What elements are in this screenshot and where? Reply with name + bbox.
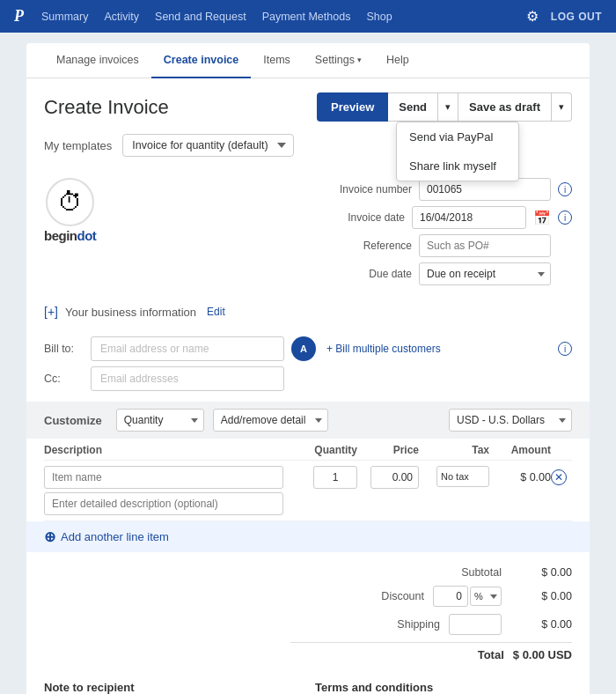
reference-row: Reference <box>326 234 572 257</box>
discount-input[interactable] <box>433 586 468 607</box>
note-title: Note to recipient <box>44 681 301 694</box>
business-info-label: Your business information <box>65 306 196 319</box>
template-label: My templates <box>44 139 112 152</box>
discount-value: $ 0.00 <box>510 590 572 602</box>
header-buttons: Preview Send ▾ Save as draft ▾ Send via … <box>317 92 572 122</box>
nav-item-shop[interactable]: Shop <box>366 7 392 26</box>
th-delete <box>551 444 572 456</box>
draft-group: Save as draft ▾ <box>458 92 572 122</box>
logo-circle: ⏱ <box>46 178 94 226</box>
bill-to-row: Bill to: A + Bill multiple customers i <box>44 336 572 361</box>
page-title: Create Invoice <box>44 96 169 119</box>
item-name-input[interactable] <box>44 466 283 489</box>
cc-row: Cc: <box>44 366 572 391</box>
td-tax: No tax <box>419 466 489 487</box>
save-draft-button-top[interactable]: Save as draft <box>458 92 552 122</box>
nav-items: Summary Activity Send and Request Paymen… <box>41 7 526 26</box>
nav-right: ⚙ LOG OUT <box>526 8 602 25</box>
send-dropdown-toggle[interactable]: ▾ <box>438 92 458 122</box>
item-desc-input[interactable] <box>44 492 283 515</box>
bill-info-icon: i <box>558 342 572 356</box>
td-price <box>357 466 419 489</box>
logout-button[interactable]: LOG OUT <box>551 11 602 23</box>
quantity-input[interactable] <box>313 466 357 489</box>
business-info-row: [+] Your business information Edit <box>26 301 590 331</box>
invoice-date-row: Invoice date 📅 i <box>326 206 572 229</box>
td-description <box>44 466 296 515</box>
invoice-fields: Invoice number i Invoice date 📅 i Refere… <box>326 178 572 285</box>
sub-nav-help[interactable]: Help <box>374 43 422 78</box>
td-amount: $ 0.00 <box>489 466 551 484</box>
bill-to-input[interactable] <box>91 336 284 361</box>
discount-input-group: % <box>433 586 502 607</box>
sub-nav-settings[interactable]: Settings ▾ <box>303 43 374 78</box>
logo-info-row: ⏱ begindot Invoice number i Invoice date… <box>26 169 590 294</box>
reference-label: Reference <box>333 240 412 252</box>
calendar-icon[interactable]: 📅 <box>533 210 551 226</box>
nav-item-activity[interactable]: Activity <box>104 7 139 26</box>
info-icon-bill[interactable]: i <box>558 342 572 356</box>
td-quantity <box>296 466 357 489</box>
add-line-item-button[interactable]: Add another line item <box>61 530 169 543</box>
send-via-paypal[interactable]: Send via PayPal <box>397 122 518 151</box>
total-value: $ 0.00 USD <box>513 648 572 661</box>
invoice-date-input[interactable] <box>412 206 526 229</box>
save-draft-dropdown-toggle[interactable]: ▾ <box>552 92 572 122</box>
note-terms-section: Note to recipient 4000 Terms and conditi… <box>26 667 590 694</box>
send-group: Send ▾ <box>388 92 458 122</box>
bill-to-label: Bill to: <box>44 343 84 355</box>
share-link-myself[interactable]: Share link myself <box>397 151 518 181</box>
nav-item-payment-methods[interactable]: Payment Methods <box>262 7 351 26</box>
add-line-area: ⊕ Add another line item <box>26 521 590 552</box>
bill-multiple-link[interactable]: + Bill multiple customers <box>326 343 441 355</box>
terms-title: Terms and conditions <box>315 681 572 694</box>
quantity-type-select[interactable]: Quantity <box>116 409 204 432</box>
cc-input[interactable] <box>91 366 284 391</box>
subtotal-label: Subtotal <box>440 566 502 579</box>
price-input[interactable] <box>370 466 419 489</box>
totals-section: Subtotal $ 0.00 Discount % $ 0.00 Shippi… <box>26 552 590 667</box>
terms-box: Terms and conditions 4000 <box>315 681 572 694</box>
note-box: Note to recipient 4000 <box>44 681 301 694</box>
chevron-down-icon: ▾ <box>357 55 362 64</box>
shipping-row: Shipping $ 0.00 <box>290 610 572 639</box>
add-remove-detail-select[interactable]: Add/remove detail <box>213 409 328 432</box>
avatar-button[interactable]: A <box>291 336 316 361</box>
gear-icon[interactable]: ⚙ <box>526 8 539 25</box>
sub-nav-items[interactable]: Items <box>251 43 303 78</box>
td-delete: ✕ <box>551 466 572 485</box>
total-label: Total <box>478 648 504 661</box>
preview-button-top[interactable]: Preview <box>317 92 388 122</box>
send-button-top[interactable]: Send <box>388 92 438 122</box>
subtotal-value: $ 0.00 <box>510 566 572 579</box>
nav-item-summary[interactable]: Summary <box>41 7 88 26</box>
nav-item-send-request[interactable]: Send and Request <box>155 7 246 26</box>
sub-nav-manage[interactable]: Manage invoices <box>44 43 151 78</box>
due-date-row: Due date Due on receipt <box>326 262 572 285</box>
sub-nav-create[interactable]: Create invoice <box>151 43 251 78</box>
table-row: No tax $ 0.00 ✕ <box>44 461 572 521</box>
info-icon-date[interactable]: i <box>558 210 572 225</box>
bill-cc-section: Bill to: A + Bill multiple customers i C… <box>26 331 590 402</box>
template-select[interactable]: Invoice for quantity (default) <box>122 134 294 157</box>
sub-nav: Manage invoices Create invoice Items Set… <box>26 43 590 78</box>
tax-select[interactable]: No tax <box>436 466 489 487</box>
shipping-input[interactable] <box>449 614 502 635</box>
total-row: Total $ 0.00 USD <box>290 642 572 667</box>
discount-type-select[interactable]: % <box>470 587 502 606</box>
shipping-label: Shipping <box>378 618 440 631</box>
delete-row-button[interactable]: ✕ <box>551 469 567 485</box>
invoice-number-label: Invoice number <box>333 183 412 196</box>
due-date-select[interactable]: Due on receipt <box>419 262 551 285</box>
top-nav: P Summary Activity Send and Request Paym… <box>0 0 616 33</box>
currency-select[interactable]: USD - U.S. Dollars <box>449 409 572 432</box>
expand-icon[interactable]: [+] <box>44 305 58 319</box>
items-table: Description Quantity Price Tax Amount No… <box>26 439 590 521</box>
info-icon-number[interactable]: i <box>558 182 572 196</box>
table-header: Description Quantity Price Tax Amount <box>44 439 572 461</box>
cc-label: Cc: <box>44 373 84 385</box>
edit-business-link[interactable]: Edit <box>207 306 225 318</box>
due-date-label: Due date <box>333 268 412 280</box>
reference-input[interactable] <box>419 234 551 257</box>
add-plus-icon[interactable]: ⊕ <box>44 528 55 545</box>
